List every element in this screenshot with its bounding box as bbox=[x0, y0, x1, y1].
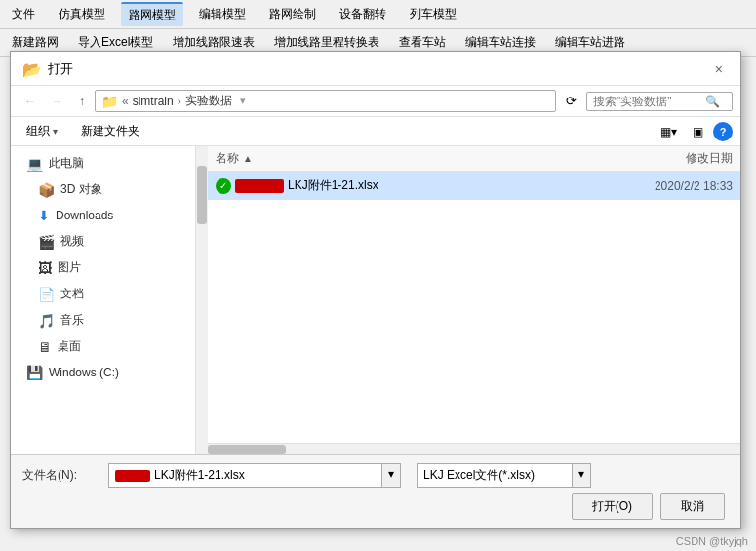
sidebar-item-desktop[interactable]: 🖥 桌面 bbox=[11, 334, 195, 360]
file-list: ✓ LKJ附件1-21.xlsx 2020/2/2 18:33 bbox=[208, 172, 740, 443]
view-mode-button[interactable]: ▦▾ bbox=[655, 123, 683, 140]
col-name-header[interactable]: 名称 ▲ bbox=[216, 150, 606, 167]
back-button[interactable]: ← bbox=[19, 93, 42, 110]
dialog-folder-icon: 📂 bbox=[22, 60, 42, 79]
content-area: 💻 此电脑 📦 3D 对象 ⬇ Downloads 🎬 视频 🖼 图片 📄 bbox=[11, 146, 740, 454]
sidebar-item-pictures[interactable]: 🖼 图片 bbox=[11, 255, 195, 281]
add-mileage-table-btn[interactable]: 增加线路里程转换表 bbox=[266, 32, 387, 53]
view-station-btn[interactable]: 查看车站 bbox=[391, 32, 454, 53]
dialog-title: 📂 打开 bbox=[22, 60, 73, 79]
edit-station-route-btn[interactable]: 编辑车站进路 bbox=[547, 32, 633, 53]
address-bar: ← → ↑ 📁 « simtrain › 实验数据 ▾ ⟳ 🔍 bbox=[11, 86, 740, 117]
filename-row: 文件名(N): LKJ附件1-21.xlsx ▾ LKJ Excel文件(*.x… bbox=[22, 463, 729, 488]
pictures-icon: 🖼 bbox=[38, 260, 52, 276]
filename-redacted-bar bbox=[115, 470, 150, 482]
menu-network-draw[interactable]: 路网绘制 bbox=[261, 3, 324, 25]
path-separator2: › bbox=[178, 95, 181, 108]
sidebar-item-documents[interactable]: 📄 文档 bbox=[11, 281, 195, 307]
filename-input-wrap: LKJ附件1-21.xlsx ▾ bbox=[108, 463, 401, 488]
menu-train-model[interactable]: 列车模型 bbox=[402, 3, 464, 25]
sidebar-item-label: 视频 bbox=[60, 233, 84, 250]
up-button[interactable]: ↑ bbox=[73, 93, 91, 110]
file-icon-area: ✓ LKJ附件1-21.xlsx bbox=[216, 177, 600, 194]
documents-icon: 📄 bbox=[38, 287, 55, 302]
sidebar-item-label: 音乐 bbox=[60, 312, 84, 329]
sidebar: 💻 此电脑 📦 3D 对象 ⬇ Downloads 🎬 视频 🖼 图片 📄 bbox=[11, 146, 196, 454]
forward-button[interactable]: → bbox=[46, 93, 69, 110]
dialog-titlebar: 📂 打开 × bbox=[11, 52, 740, 86]
filetype-dropdown-arrow[interactable]: ▾ bbox=[573, 463, 591, 488]
dialog-close-button[interactable]: × bbox=[709, 59, 729, 79]
filetype-select-wrap: LKJ Excel文件(*.xlsx) ▾ bbox=[417, 463, 591, 488]
hscroll-thumb[interactable] bbox=[208, 445, 286, 454]
cancel-button[interactable]: 取消 bbox=[660, 493, 725, 520]
menu-file[interactable]: 文件 bbox=[4, 3, 43, 25]
music-icon: 🎵 bbox=[38, 313, 55, 329]
videos-icon: 🎬 bbox=[38, 234, 55, 250]
new-folder-label: 新建文件夹 bbox=[81, 123, 139, 139]
path-dropdown-arrow[interactable]: ▾ bbox=[240, 95, 246, 107]
sort-arrow-icon: ▲ bbox=[243, 153, 253, 164]
open-button[interactable]: 打开(O) bbox=[572, 493, 653, 520]
path-folder-icon: 📁 bbox=[101, 94, 118, 109]
file-list-header: 名称 ▲ 修改日期 bbox=[208, 146, 740, 172]
new-folder-button[interactable]: 新建文件夹 bbox=[73, 121, 147, 141]
view-controls: ▦▾ ▣ ? bbox=[655, 122, 733, 141]
filename-suffix-text: LKJ附件1-21.xlsx bbox=[154, 467, 245, 484]
help-button[interactable]: ? bbox=[713, 122, 733, 141]
drive-icon: 💾 bbox=[26, 365, 43, 380]
action-bar: 组织 ▾ 新建文件夹 ▦▾ ▣ ? bbox=[11, 117, 740, 146]
col-name-label: 名称 bbox=[216, 150, 239, 167]
horizontal-scrollbar[interactable] bbox=[208, 443, 740, 454]
sidebar-item-label: Windows (C:) bbox=[49, 366, 119, 379]
sidebar-scroll-thumb[interactable] bbox=[197, 166, 207, 224]
menu-network-model[interactable]: 路网模型 bbox=[121, 2, 183, 26]
menu-bar: 文件 仿真模型 路网模型 编辑模型 路网绘制 设备翻转 列车模型 bbox=[0, 0, 756, 29]
watermark: CSDN @tkyjqh bbox=[676, 535, 748, 547]
sidebar-item-label: Downloads bbox=[56, 209, 113, 222]
new-network-btn[interactable]: 新建路网 bbox=[4, 32, 66, 53]
search-input[interactable] bbox=[593, 95, 705, 108]
sidebar-item-windows-c[interactable]: 💾 Windows (C:) bbox=[11, 360, 195, 385]
sidebar-item-label: 3D 对象 bbox=[60, 181, 102, 198]
address-path[interactable]: 📁 « simtrain › 实验数据 ▾ bbox=[95, 90, 556, 112]
file-area: 名称 ▲ 修改日期 ✓ LKJ附件1-21.xlsx 2020/2/2 18:3… bbox=[208, 146, 740, 454]
refresh-button[interactable]: ⟳ bbox=[560, 92, 582, 110]
sidebar-item-videos[interactable]: 🎬 视频 bbox=[11, 228, 195, 255]
bottom-bar: 文件名(N): LKJ附件1-21.xlsx ▾ LKJ Excel文件(*.x… bbox=[11, 454, 740, 528]
pane-button[interactable]: ▣ bbox=[687, 123, 709, 140]
sidebar-item-label: 文档 bbox=[60, 286, 84, 302]
downloads-icon: ⬇ bbox=[38, 208, 50, 223]
menu-sim-model[interactable]: 仿真模型 bbox=[51, 3, 113, 25]
this-pc-icon: 💻 bbox=[26, 156, 43, 172]
path-separator1: « bbox=[122, 95, 129, 108]
search-icon: 🔍 bbox=[705, 95, 720, 108]
add-speed-table-btn[interactable]: 增加线路限速表 bbox=[165, 32, 262, 53]
filename-input[interactable]: LKJ附件1-21.xlsx bbox=[108, 463, 382, 488]
desktop-icon: 🖥 bbox=[38, 339, 52, 355]
menu-edit-model[interactable]: 编辑模型 bbox=[191, 3, 254, 25]
bottom-buttons: 打开(O) 取消 bbox=[22, 493, 729, 520]
sidebar-item-3d[interactable]: 📦 3D 对象 bbox=[11, 177, 195, 203]
edit-station-connection-btn[interactable]: 编辑车站连接 bbox=[458, 32, 543, 53]
col-date-header[interactable]: 修改日期 bbox=[606, 150, 733, 167]
filename-dropdown-arrow[interactable]: ▾ bbox=[382, 463, 401, 488]
dialog-title-text: 打开 bbox=[48, 60, 73, 78]
file-date: 2020/2/2 18:33 bbox=[606, 179, 733, 193]
search-box: 🔍 bbox=[586, 92, 733, 111]
organize-button[interactable]: 组织 ▾ bbox=[19, 121, 65, 141]
check-icon: ✓ bbox=[216, 178, 231, 194]
filename-label: 文件名(N): bbox=[22, 467, 100, 484]
sidebar-item-music[interactable]: 🎵 音乐 bbox=[11, 307, 195, 334]
table-row[interactable]: ✓ LKJ附件1-21.xlsx 2020/2/2 18:33 bbox=[208, 172, 740, 200]
col-date-label: 修改日期 bbox=[686, 151, 733, 165]
sidebar-scrollbar[interactable] bbox=[196, 146, 208, 454]
path-root: simtrain bbox=[133, 95, 174, 108]
sidebar-item-this-pc[interactable]: 💻 此电脑 bbox=[11, 150, 195, 177]
menu-device-flip[interactable]: 设备翻转 bbox=[332, 3, 394, 25]
filetype-select[interactable]: LKJ Excel文件(*.xlsx) bbox=[417, 463, 573, 488]
sidebar-item-downloads[interactable]: ⬇ Downloads bbox=[11, 203, 195, 228]
import-excel-btn[interactable]: 导入Excel模型 bbox=[70, 32, 161, 53]
redacted-filename-bar bbox=[235, 179, 284, 193]
sidebar-item-label: 图片 bbox=[58, 259, 81, 276]
